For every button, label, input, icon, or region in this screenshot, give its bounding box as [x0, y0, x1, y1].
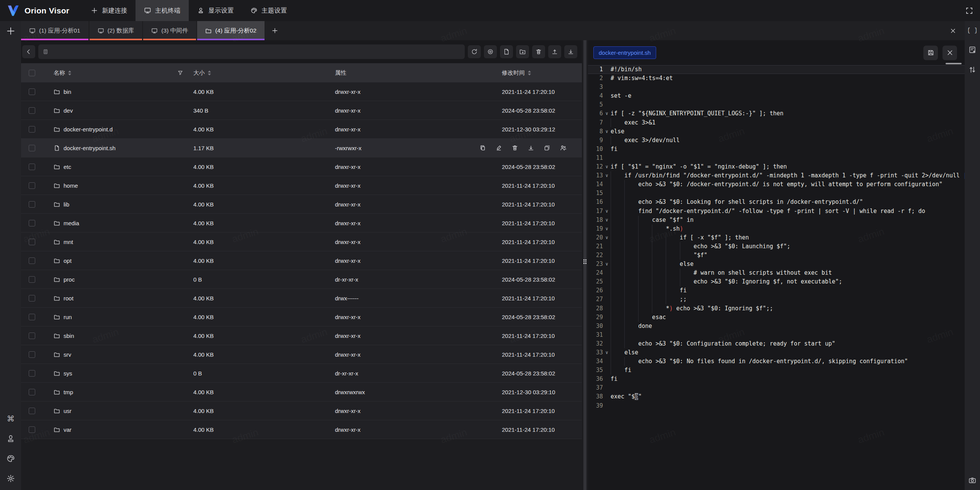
code-line[interactable]: 19∨ *.sh) — [588, 225, 965, 233]
row-checkbox[interactable] — [29, 351, 35, 358]
header-name[interactable]: 名称 — [54, 69, 65, 77]
nav-item-display-settings[interactable]: 显示设置 — [189, 0, 242, 21]
code-line[interactable]: 18∨ case "$f" in — [588, 216, 965, 225]
download-button[interactable] — [564, 45, 577, 58]
code-line[interactable]: 20∨ if [ -x "$f" ]; then — [588, 233, 965, 242]
table-row[interactable]: root4.00 KBdrwx------2021-11-24 17:20:10 — [21, 289, 582, 308]
code-line[interactable]: 11 — [588, 154, 965, 162]
terminal-tab-1[interactable]: (1) 应用-分析01 — [21, 21, 88, 40]
header-time[interactable]: 修改时间 — [502, 69, 525, 77]
code-line[interactable]: 5 — [588, 100, 965, 109]
code-line[interactable]: 23∨ else — [588, 260, 965, 269]
code-line[interactable]: 34 echo >&3 "$0: No files found in /dock… — [588, 357, 965, 366]
file-info-icon[interactable] — [968, 46, 977, 54]
row-action-download[interactable] — [528, 144, 534, 151]
code-line[interactable]: 27 ;; — [588, 295, 965, 304]
table-row[interactable]: run4.00 KBdrwxr-xr-x2024-05-28 23:58:02 — [21, 308, 582, 326]
table-row[interactable]: tmp4.00 KBdrwxrwxrwx2021-12-30 03:29:10 — [21, 383, 582, 402]
code-editor[interactable]: 1#!/bin/sh2# vim:sw=4:ts=4:et34set -e56∨… — [588, 65, 965, 490]
row-checkbox[interactable] — [29, 182, 35, 189]
row-checkbox[interactable] — [29, 220, 35, 226]
close-all-tabs-icon[interactable] — [950, 28, 956, 34]
nav-item-new-connection[interactable]: 新建连接 — [82, 0, 136, 21]
code-line[interactable]: 21 echo >&3 "$0: Launching $f"; — [588, 242, 965, 251]
preview-button[interactable] — [484, 45, 497, 58]
table-row[interactable]: usr4.00 KBdrwxr-xr-x2021-11-24 17:20:10 — [21, 402, 582, 420]
table-row[interactable]: media4.00 KBdrwxr-xr-x2021-11-24 17:20:1… — [21, 214, 582, 233]
row-action-permission[interactable] — [560, 144, 567, 151]
braces-icon[interactable]: { } — [968, 26, 977, 34]
code-line[interactable]: 31 — [588, 331, 965, 339]
row-checkbox[interactable] — [29, 164, 35, 170]
row-checkbox[interactable] — [29, 107, 35, 114]
table-row[interactable]: home4.00 KBdrwxr-xr-x2021-11-24 17:20:10 — [21, 176, 582, 195]
table-row[interactable]: proc0 Bdr-xr-xr-x2024-05-28 23:58:02 — [21, 270, 582, 289]
save-button[interactable] — [923, 46, 938, 60]
row-checkbox[interactable] — [29, 88, 35, 95]
delete-button[interactable] — [532, 45, 545, 58]
row-checkbox[interactable] — [29, 370, 35, 377]
stamp-icon[interactable] — [6, 434, 15, 443]
upload-button[interactable] — [548, 45, 561, 58]
close-button[interactable] — [942, 46, 957, 60]
row-action-delete[interactable] — [511, 144, 518, 151]
back-button[interactable] — [22, 45, 35, 58]
code-line[interactable]: 1#!/bin/sh — [588, 65, 965, 74]
row-checkbox[interactable] — [29, 126, 35, 133]
table-row[interactable]: bin4.00 KBdrwxr-xr-x2021-11-24 17:20:10 — [21, 82, 582, 101]
row-action-edit[interactable] — [495, 144, 502, 151]
code-line[interactable]: 6∨if [ -z "${NGINX_ENTRYPOINT_QUIET_LOGS… — [588, 109, 965, 118]
row-checkbox[interactable] — [29, 257, 35, 264]
row-checkbox[interactable] — [29, 295, 35, 302]
code-line[interactable]: 32 echo >&3 "$0: Configuration complete;… — [588, 339, 965, 348]
sort-size-icon[interactable] — [208, 70, 211, 75]
code-line[interactable]: 26 fi — [588, 286, 965, 295]
add-tab-button[interactable] — [266, 21, 284, 40]
code-line[interactable]: 13∨ if /usr/bin/find "/docker-entrypoint… — [588, 171, 965, 180]
command-icon[interactable]: ⌘ — [6, 414, 15, 423]
table-row[interactable]: sbin4.00 KBdrwxr-xr-x2021-11-24 17:20:10 — [21, 326, 582, 345]
code-line[interactable]: 38exec "$@" — [588, 392, 965, 401]
sort-time-icon[interactable] — [528, 70, 531, 75]
row-checkbox[interactable] — [29, 145, 35, 151]
table-row[interactable]: var4.00 KBdrwxr-xr-x2021-11-24 17:20:10 — [21, 420, 582, 439]
terminal-tab-4[interactable]: (4) 应用-分析02 — [197, 21, 265, 40]
code-line[interactable]: 8∨else — [588, 127, 965, 136]
code-line[interactable]: 25 echo >&3 "$0: Ignoring $f, not execut… — [588, 277, 965, 286]
code-line[interactable]: 9 exec 3>/dev/null — [588, 136, 965, 145]
table-row[interactable]: docker-entrypoint.d4.00 KBdrwxr-xr-x2021… — [21, 120, 582, 139]
nav-item-host-terminal[interactable]: 主机终端 — [136, 0, 189, 21]
select-all-checkbox[interactable] — [29, 70, 35, 76]
row-checkbox[interactable] — [29, 389, 35, 395]
row-checkbox[interactable] — [29, 408, 35, 414]
header-size[interactable]: 大小 — [193, 69, 205, 77]
row-checkbox[interactable] — [29, 333, 35, 339]
row-action-copy[interactable] — [479, 144, 486, 151]
refresh-button[interactable] — [468, 45, 481, 58]
row-checkbox[interactable] — [29, 201, 35, 208]
code-line[interactable]: 28 *) echo >&3 "$0: Ignoring $f";; — [588, 304, 965, 313]
code-line[interactable]: 7 exec 3>&1 — [588, 118, 965, 127]
code-line[interactable]: 2# vim:sw=4:ts=4:et — [588, 74, 965, 83]
gear-icon[interactable] — [6, 474, 15, 483]
code-line[interactable]: 14 echo >&3 "$0: /docker-entrypoint.d/ i… — [588, 180, 965, 189]
updown-icon[interactable] — [968, 66, 977, 74]
table-row[interactable]: docker-entrypoint.sh1.17 KB-rwxrwxr-x — [21, 139, 582, 157]
terminal-tab-3[interactable]: (3) 中间件 — [143, 21, 196, 40]
sort-name-icon[interactable] — [68, 70, 71, 75]
code-line[interactable]: 15 — [588, 189, 965, 198]
code-line[interactable]: 22 "$f" — [588, 251, 965, 260]
code-line[interactable]: 37 — [588, 383, 965, 392]
palette-icon[interactable] — [6, 454, 15, 463]
code-line[interactable]: 39 — [588, 402, 965, 410]
row-checkbox[interactable] — [29, 426, 35, 433]
code-line[interactable]: 29 esac — [588, 313, 965, 322]
code-line[interactable]: 10fi — [588, 145, 965, 154]
new-folder-button[interactable] — [516, 45, 529, 58]
code-line[interactable]: 3 — [588, 83, 965, 92]
code-line[interactable]: 12∨if [ "$1" = "nginx" -o "$1" = "nginx-… — [588, 162, 965, 171]
code-line[interactable]: 35 fi — [588, 366, 965, 375]
row-checkbox[interactable] — [29, 314, 35, 320]
open-file-tag[interactable]: docker-entrypoint.sh — [593, 46, 656, 59]
path-input[interactable] — [38, 44, 465, 59]
